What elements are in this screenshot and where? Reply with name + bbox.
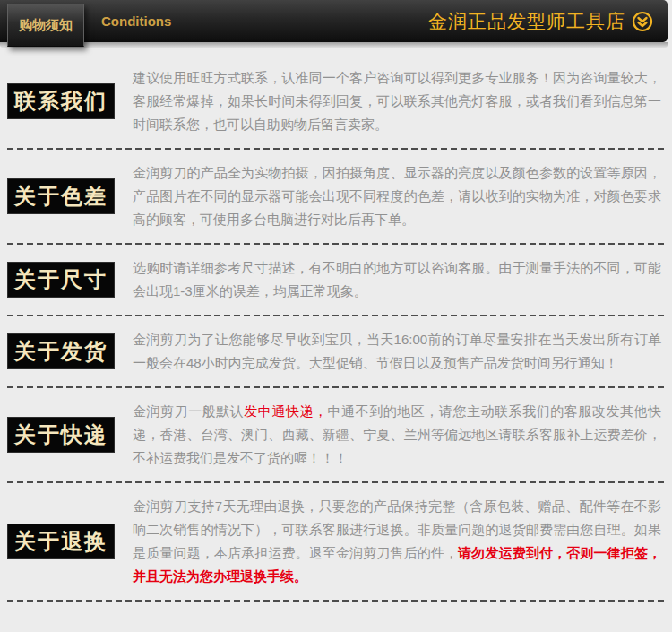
chevron-down-circle-icon[interactable]	[632, 11, 653, 32]
notice-section: 关于退换金润剪刀支持7天无理由退换，只要您的产品保持完整（含原包装、赠品、配件等…	[0, 483, 672, 600]
section-label: 关于尺寸	[7, 262, 115, 298]
section-text: 金润剪刀为了让您能够尽早收到宝贝，当天16:00前的订单尽量安排在当天发出所有订…	[133, 328, 661, 375]
store-title: 金润正品发型师工具店	[428, 9, 625, 34]
section-text: 选购时请详细参考尺寸描述，有不明白的地方可以咨询客服。由于测量手法的不同，可能会…	[133, 256, 661, 303]
section-text-segment: 发中通快递，	[244, 403, 327, 419]
notice-section: 关于色差金润剪刀的产品全为实物拍摄，因拍摄角度、显示器的亮度以及颜色参数的设置等…	[0, 150, 672, 243]
section-text-segment: 选购时请详细参考尺寸描述，有不明白的地方可以咨询客服。由于测量手法的不同，可能会…	[133, 260, 661, 299]
section-label: 关于退换	[7, 524, 115, 559]
notice-section: 关于尺寸选购时请详细参考尺寸描述，有不明白的地方可以咨询客服。由于测量手法的不同…	[0, 245, 672, 315]
tab-shopping-notice[interactable]: 购物须知	[7, 4, 84, 47]
header-subtitle: Conditions	[101, 0, 171, 42]
section-text-segment: 建议使用旺旺方式联系，认准同一个客户咨询可以得到更多专业服务！因为咨询量较大，客…	[133, 70, 661, 132]
dashed-divider	[7, 600, 665, 602]
notice-section: 关于发货金润剪刀为了让您能够尽早收到宝贝，当天16:00前的订单尽量安排在当天发…	[0, 316, 672, 386]
section-text-segment: 金润剪刀一般默认	[133, 403, 244, 419]
section-label: 关于发货	[7, 333, 115, 369]
header-bar: 购物须知 Conditions 金润正品发型师工具店	[0, 0, 668, 42]
store-title-link[interactable]: 金润正品发型师工具店	[428, 0, 653, 42]
notice-sections: 联系我们建议使用旺旺方式联系，认准同一个客户咨询可以得到更多专业服务！因为咨询量…	[0, 48, 672, 602]
section-label: 联系我们	[7, 83, 115, 119]
notice-section: 联系我们建议使用旺旺方式联系，认准同一个客户咨询可以得到更多专业服务！因为咨询量…	[0, 55, 672, 148]
section-text-segment: 金润剪刀为了让您能够尽早收到宝贝，当天16:00前的订单尽量安排在当天发出所有订…	[133, 332, 661, 370]
section-text: 金润剪刀一般默认发中通快递，中通不到的地区，请您主动联系我们的客服改发其他快递，…	[133, 400, 661, 470]
section-text: 建议使用旺旺方式联系，认准同一个客户咨询可以得到更多专业服务！因为咨询量较大，客…	[133, 66, 661, 136]
page: 购物须知 Conditions 金润正品发型师工具店 联系我们建议使用旺旺方式联…	[0, 0, 672, 602]
tab-shopping-notice-label: 购物须知	[19, 17, 73, 34]
section-text: 金润剪刀的产品全为实物拍摄，因拍摄角度、显示器的亮度以及颜色参数的设置等原因，产…	[133, 161, 661, 231]
section-text: 金润剪刀支持7天无理由退换，只要您的产品保持完整（含原包装、赠品、配件等在不影响…	[133, 495, 661, 588]
section-label: 关于色差	[7, 178, 115, 214]
section-label: 关于快递	[7, 417, 115, 453]
section-text-segment: 金润剪刀的产品全为实物拍摄，因拍摄角度、显示器的亮度以及颜色参数的设置等原因，产…	[133, 165, 661, 227]
notice-section: 关于快递金润剪刀一般默认发中通快递，中通不到的地区，请您主动联系我们的客服改发其…	[0, 388, 672, 481]
